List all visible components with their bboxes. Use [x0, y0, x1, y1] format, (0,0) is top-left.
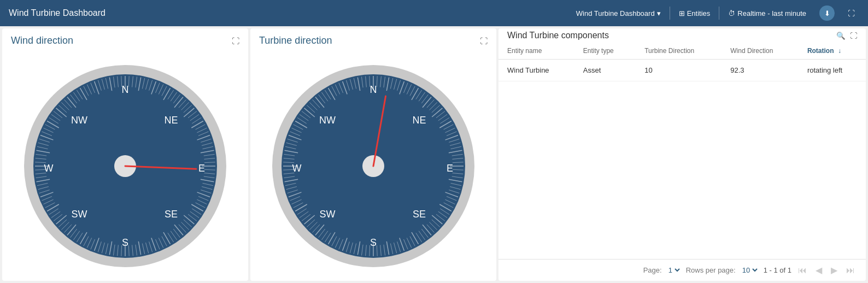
last-page-btn[interactable]: ⏭	[844, 264, 857, 276]
wind-direction-widget: Wind direction ⛶ // We'll generate ticks…	[2, 28, 248, 281]
entities-btn[interactable]: ⊞ Entities	[675, 7, 715, 20]
wind-direction-header: Wind direction ⛶	[2, 28, 248, 51]
svg-text:SW: SW	[72, 209, 87, 220]
main-content: Wind direction ⛶ // We'll generate ticks…	[0, 26, 868, 283]
chevron-down-icon: ▾	[657, 9, 661, 17]
rows-per-page-select[interactable]: 10	[740, 266, 759, 275]
table-expand-btn[interactable]: ⛶	[850, 32, 857, 40]
col-turbine-direction: Turbine Direction	[636, 43, 722, 60]
svg-text:SW: SW	[320, 209, 336, 220]
dashboard-name-btn[interactable]: Wind Turbine Dashboard ▾	[572, 7, 665, 20]
sort-arrow-icon: ↓	[838, 47, 841, 55]
turbine-direction-header: Turbine direction ⛶	[250, 28, 496, 51]
svg-text:N: N	[370, 84, 377, 95]
first-page-btn[interactable]: ⏮	[796, 264, 809, 276]
components-table: Entity name Entity type Turbine Directio…	[498, 43, 866, 81]
svg-text:E: E	[198, 163, 205, 174]
page-select[interactable]: 1	[666, 266, 682, 275]
header-divider-2	[719, 7, 719, 20]
download-btn[interactable]: ⬇	[815, 3, 839, 23]
svg-text:NW: NW	[319, 115, 336, 126]
col-rotation[interactable]: Rotation ↓	[799, 43, 866, 60]
col-entity-type: Entity type	[574, 43, 636, 60]
rows-per-page-label: Rows per page:	[686, 266, 736, 274]
turbine-compass-svg: N S W E NW NE SW SE	[269, 62, 477, 270]
svg-text:NW: NW	[71, 115, 87, 126]
wind-direction-title: Wind direction	[11, 35, 73, 46]
svg-text:S: S	[370, 237, 377, 248]
header-right: Wind Turbine Dashboard ▾ ⊞ Entities ⏱ Re…	[572, 3, 859, 23]
table-widget-header: Wind Turbine components 🔍 ⛶	[498, 28, 866, 43]
wind-direction-compass: // We'll generate ticks via JS below N S…	[2, 51, 248, 281]
svg-text:SE: SE	[413, 209, 426, 220]
fullscreen-btn[interactable]: ⛶	[843, 7, 859, 20]
page-label: Page:	[643, 266, 662, 274]
cell-turbine-direction: 10	[636, 60, 722, 81]
svg-text:W: W	[292, 163, 302, 174]
svg-text:E: E	[447, 163, 453, 174]
turbine-direction-widget: Turbine direction ⛶ N S W E NW NE SW SE	[250, 28, 496, 281]
clock-icon: ⏱	[728, 9, 735, 17]
prev-page-btn[interactable]: ◀	[813, 264, 824, 276]
header-divider	[670, 7, 670, 20]
turbine-direction-compass: N S W E NW NE SW SE	[250, 51, 496, 281]
table-widget: Wind Turbine components 🔍 ⛶ Entity name …	[498, 28, 866, 281]
next-page-btn[interactable]: ▶	[829, 264, 840, 276]
table-header-row: Entity name Entity type Turbine Directio…	[498, 43, 866, 60]
col-wind-direction: Wind Direction	[722, 43, 799, 60]
svg-text:W: W	[44, 163, 54, 174]
app-title: Wind Turbine Dashboard	[9, 8, 105, 18]
table-title: Wind Turbine components	[507, 31, 609, 40]
svg-text:S: S	[122, 237, 128, 248]
header: Wind Turbine Dashboard Wind Turbine Dash…	[0, 0, 868, 26]
dashboard-name-label: Wind Turbine Dashboard	[576, 9, 655, 17]
svg-text:NE: NE	[164, 115, 178, 126]
table-actions: 🔍 ⛶	[836, 32, 857, 40]
realtime-btn[interactable]: ⏱ Realtime - last minute	[724, 7, 811, 20]
table-row: Wind Turbine Asset 10 92.3 rotating left	[498, 60, 866, 81]
page-count: 1 - 1 of 1	[764, 266, 791, 274]
cell-entity-type: Asset	[574, 60, 636, 81]
download-icon: ⬇	[819, 5, 835, 21]
wind-compass-svg: // We'll generate ticks via JS below N S…	[21, 62, 229, 270]
table-search-btn[interactable]: 🔍	[836, 32, 846, 40]
wind-direction-expand-btn[interactable]: ⛶	[232, 37, 239, 45]
turbine-direction-title: Turbine direction	[259, 35, 332, 46]
svg-text:N: N	[122, 84, 129, 95]
col-entity-name: Entity name	[498, 43, 574, 60]
fullscreen-icon: ⛶	[848, 9, 855, 17]
cell-rotation: rotating left	[799, 60, 866, 81]
pagination: Page: 1 Rows per page: 10 1 - 1 of 1 ⏮ ◀…	[498, 259, 866, 281]
cell-wind-direction: 92.3	[722, 60, 799, 81]
svg-text:NE: NE	[412, 115, 426, 126]
entities-icon: ⊞	[679, 9, 685, 17]
svg-text:SE: SE	[165, 209, 178, 220]
cell-entity-name: Wind Turbine	[498, 60, 574, 81]
turbine-direction-expand-btn[interactable]: ⛶	[480, 37, 488, 45]
